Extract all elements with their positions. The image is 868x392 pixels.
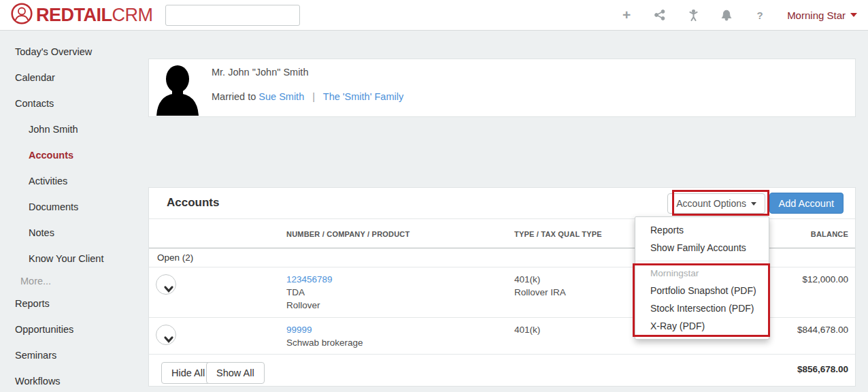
group-label: Open (2) [157,252,193,263]
sidebar-item-opportunities[interactable]: Opportunities [0,316,148,342]
menu-item-reports[interactable]: Reports [635,221,769,239]
topbar-actions: + ? Morning Star [620,9,857,21]
sidebar-item-documents[interactable]: Documents [0,194,148,220]
account-balance: $12,000.00 [802,274,848,284]
sidebar-item-reports[interactable]: Reports [0,291,148,316]
brand-name-light: CRM [112,5,153,26]
column-header-number-company-product: NUMBER / COMPANY / PRODUCT [286,230,410,238]
sidebar-item-contacts[interactable]: Contacts [0,91,148,116]
user-menu-label: Morning Star [787,10,846,21]
sidebar-item-workflows[interactable]: Workflows [0,368,148,392]
brand-name-bold: REDTAIL [36,5,112,26]
sidebar-item-john-smith[interactable]: John Smith [0,116,148,142]
sidebar-item-calendar[interactable]: Calendar [0,65,148,91]
accounts-panel-title: Accounts [167,196,219,210]
family-link[interactable]: The 'Smith' Family [323,91,403,102]
account-number-link[interactable]: 99999 [286,323,363,336]
account-options-dropdown: Reports Show Family Accounts Morningstar… [635,216,769,340]
topbar: REDTAILCRM + ? Morning Star [0,0,868,31]
show-all-button[interactable]: Show All [206,362,265,384]
sidebar-item-more[interactable]: More... [0,272,148,291]
account-number-cell: 123456789 TDA Rollover [286,273,333,312]
account-number-link[interactable]: 123456789 [286,273,333,286]
share-icon[interactable] [654,9,666,21]
account-options-button[interactable]: Account Options [667,193,765,214]
total-balance: $856,678.00 [797,364,848,374]
accounts-panel-footer: Hide All Show All $856,678.00 [149,355,855,387]
account-tax-qual-type: Rollover IRA [514,286,566,299]
menu-item-portfolio-snapshot-pdf[interactable]: Portfolio Snapshot (PDF) [635,282,769,299]
account-type: 401(k) [514,323,540,336]
column-header-balance: BALANCE [811,230,848,238]
account-balance: $844,678.00 [797,325,848,335]
expand-row-toggle[interactable] [156,274,176,295]
account-company: Schwab brokerage [286,336,363,349]
notifications-bell-icon[interactable] [720,9,733,21]
help-icon[interactable]: ? [754,9,766,21]
sidebar-item-activities[interactable]: Activities [0,168,148,194]
add-account-button[interactable]: Add Account [769,193,844,214]
contact-relationships: Married to Sue Smith | The 'Smith' Famil… [212,91,403,102]
sidebar-item-know-your-client[interactable]: Know Your Client [0,246,148,272]
chevron-down-icon [751,202,756,206]
global-search-input[interactable] [165,5,300,26]
account-type-cell: 401(k) [514,323,540,336]
menu-section-header-morningstar: Morningstar [635,265,769,282]
account-number-cell: 99999 Schwab brokerage [286,323,363,349]
contact-name: Mr. John "John" Smith [212,67,308,78]
account-options-label: Account Options [676,198,746,209]
menu-item-x-ray-pdf[interactable]: X-Ray (PDF) [635,317,769,335]
spouse-link[interactable]: Sue Smith [258,91,304,102]
redtail-logo-icon [11,3,36,27]
sidebar-item-seminars[interactable]: Seminars [0,342,148,368]
sidebar-item-todays-overview[interactable]: Today's Overview [0,39,148,65]
column-header-type-tax-qual: TYPE / TAX QUAL TYPE [514,230,602,238]
avatar [151,61,204,116]
account-product: Rollover [286,299,333,312]
sidebar-item-notes[interactable]: Notes [0,220,148,246]
contact-summary-card: Mr. John "John" Smith Married to Sue Smi… [148,59,856,117]
relationship-prefix: Married to [212,91,256,102]
sidebar-item-accounts[interactable]: Accounts [0,142,148,168]
account-company: TDA [286,286,333,299]
menu-divider [635,261,769,261]
redtail-logo[interactable]: REDTAILCRM [11,3,153,27]
menu-item-show-family-accounts[interactable]: Show Family Accounts [635,239,769,257]
user-menu[interactable]: Morning Star [787,10,857,21]
account-type: 401(k) [514,273,566,286]
stick-figure-icon[interactable] [687,9,699,21]
account-type-cell: 401(k) Rollover IRA [514,273,566,299]
relationship-separator: | [312,91,315,102]
chevron-down-icon [850,13,857,17]
expand-row-toggle[interactable] [156,325,176,345]
add-icon[interactable]: + [620,9,633,21]
sidebar: Today's Overview Calendar Contacts John … [0,31,148,392]
menu-item-stock-intersection-pdf[interactable]: Stock Intersection (PDF) [635,299,769,317]
accounts-panel-header: Accounts Account Options Add Account [149,188,855,218]
